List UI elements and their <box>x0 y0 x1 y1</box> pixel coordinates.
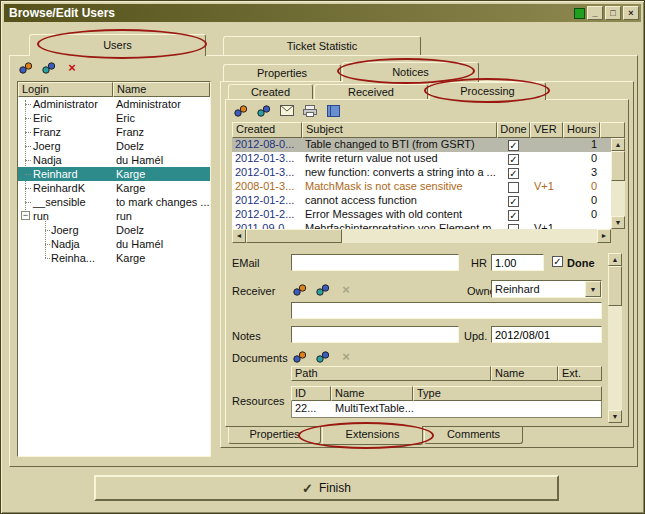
column-header-ext[interactable]: Ext. <box>558 366 602 381</box>
chevron-down-icon[interactable]: ▼ <box>585 281 601 297</box>
delete-user-icon[interactable]: × <box>62 60 82 76</box>
form-vertical-scrollbar[interactable]: ▲ ▼ <box>608 253 622 423</box>
done-checkbox[interactable] <box>508 154 519 165</box>
assign-document-icon[interactable] <box>313 349 333 365</box>
scrollbar-thumb[interactable] <box>246 229 342 243</box>
notice-row-highlighted[interactable]: 2008-01-3... MatchMask is not case sensi… <box>232 180 611 194</box>
column-header-path[interactable]: Path <box>291 366 491 381</box>
column-header-id[interactable]: ID <box>291 386 331 401</box>
notice-ver <box>530 166 563 180</box>
scroll-up-icon[interactable]: ▲ <box>608 253 622 266</box>
scroll-right-icon[interactable]: ► <box>597 229 611 243</box>
tab-bottom-properties[interactable]: Properties <box>228 427 321 444</box>
column-header-created[interactable]: Created <box>232 122 302 138</box>
user-login: Nadja <box>18 237 113 251</box>
scroll-up-icon[interactable]: ▲ <box>611 138 625 151</box>
user-tree-row-selected[interactable]: Reinhard Karge <box>18 167 210 181</box>
tab-bottom-extensions[interactable]: Extensions <box>322 426 423 445</box>
column-header-login[interactable]: Login <box>18 82 113 97</box>
user-name: Doelz <box>113 139 210 153</box>
user-tree-row[interactable]: Reinha... Karge <box>18 251 210 265</box>
notice-row[interactable]: 2012-01-3... fwrite return value not use… <box>232 152 611 166</box>
notice-row[interactable]: 2012-01-2... Error Messages with old con… <box>232 208 611 222</box>
notes-field[interactable] <box>291 326 459 343</box>
column-header-hours[interactable]: Hours <box>563 122 600 138</box>
open-notebook-icon[interactable] <box>323 103 343 119</box>
finish-button[interactable]: ✓ Finish <box>94 475 559 501</box>
notice-row[interactable]: 2012-01-2... cannot access function 0 <box>232 194 611 208</box>
scroll-down-icon[interactable]: ▼ <box>608 410 622 423</box>
done-checkbox[interactable] <box>508 196 519 207</box>
scroll-down-icon[interactable]: ▼ <box>611 216 625 229</box>
maximize-button[interactable]: □ <box>605 6 621 20</box>
notice-subject: cannot access function <box>302 194 497 208</box>
remove-receiver-icon[interactable]: × <box>336 282 356 298</box>
tree-expander-icon[interactable]: − <box>21 211 30 220</box>
notice-row[interactable]: 2011-09-0... Mehrfachinterpretation von … <box>232 222 611 229</box>
add-receiver-icon[interactable] <box>290 282 310 298</box>
email-field[interactable] <box>291 254 459 271</box>
notice-subject: Mehrfachinterpretation von Element m... <box>302 222 497 229</box>
user-tree-row[interactable]: Franz Franz <box>18 125 210 139</box>
done-form-checkbox[interactable] <box>552 256 563 267</box>
print-icon[interactable] <box>300 103 320 119</box>
notices-horizontal-scrollbar[interactable]: ◄ ► <box>232 229 611 243</box>
user-tree-row[interactable]: Eric Eric <box>18 111 210 125</box>
tab-users[interactable]: Users <box>29 34 206 56</box>
column-header-res-name[interactable]: Name <box>331 386 413 401</box>
user-tree-row[interactable]: Nadja du Hamél <box>18 237 210 251</box>
done-checkbox[interactable] <box>508 210 519 221</box>
notice-hours: 0 <box>563 208 600 222</box>
add-document-icon[interactable] <box>290 349 310 365</box>
column-header-ver[interactable]: VER <box>530 122 563 138</box>
done-checkbox[interactable] <box>508 168 519 179</box>
tab-properties[interactable]: Properties <box>223 64 341 81</box>
user-tree-row[interactable]: Administrator Administrator <box>18 97 210 111</box>
tab-bottom-comments[interactable]: Comments <box>424 427 523 444</box>
tab-received[interactable]: Received <box>314 84 428 99</box>
add-notice-icon[interactable] <box>231 103 251 119</box>
notice-row[interactable]: 2012-01-3... new function: converts a st… <box>232 166 611 180</box>
hr-field[interactable] <box>491 254 544 271</box>
receiver-field[interactable] <box>291 302 602 319</box>
user-tree-row[interactable]: Nadja du Hamél <box>18 153 210 167</box>
tab-processing[interactable]: Processing <box>429 82 546 100</box>
receiver-toolbar: × <box>290 281 356 298</box>
column-header-done[interactable]: Done <box>497 122 530 138</box>
tab-notices[interactable]: Notices <box>342 62 479 82</box>
tab-created[interactable]: Created <box>228 84 313 99</box>
remove-document-icon[interactable]: × <box>336 349 356 365</box>
assign-notice-icon[interactable] <box>254 103 274 119</box>
notice-hours: 0 <box>563 152 600 166</box>
done-checkbox[interactable] <box>508 140 519 151</box>
notices-vertical-scrollbar[interactable]: ▲ ▼ <box>611 138 625 229</box>
user-tree-row[interactable]: ReinhardK Karge <box>18 181 210 195</box>
done-checkbox[interactable] <box>508 182 519 193</box>
title-bar[interactable]: Browse/Edit Users _ □ × <box>4 4 641 22</box>
scrollbar-thumb[interactable] <box>611 151 625 181</box>
notices-toolbar <box>231 102 343 119</box>
check-icon: ✓ <box>302 481 313 496</box>
user-login: Reinhard <box>18 167 113 181</box>
assign-user-icon[interactable] <box>39 60 59 76</box>
column-header-type[interactable]: Type <box>413 386 602 401</box>
user-tree-row[interactable]: Joerg Doelz <box>18 223 210 237</box>
send-mail-icon[interactable] <box>277 103 297 119</box>
scroll-left-icon[interactable]: ◄ <box>232 229 246 243</box>
user-tree-row[interactable]: Joerg Doelz <box>18 139 210 153</box>
tab-ticket-statistic[interactable]: Ticket Statistic <box>223 36 421 55</box>
column-header-name[interactable]: Name <box>113 82 210 97</box>
scrollbar-thumb[interactable] <box>608 266 622 306</box>
assign-receiver-icon[interactable] <box>313 282 333 298</box>
close-button[interactable]: × <box>623 6 639 20</box>
window-status-badge <box>574 8 585 19</box>
add-user-icon[interactable] <box>16 60 36 76</box>
column-header-doc-name[interactable]: Name <box>491 366 558 381</box>
column-header-subject[interactable]: Subject <box>302 122 497 138</box>
user-tree-row[interactable]: __sensible to mark changes ... <box>18 195 210 209</box>
upd-field[interactable] <box>491 326 602 343</box>
owner-dropdown[interactable]: Reinhard ▼ <box>491 280 602 298</box>
notice-row-selected[interactable]: 2012-08-0... Table changed to BTI (from … <box>232 138 611 152</box>
minimize-button[interactable]: _ <box>587 6 603 20</box>
user-tree-row[interactable]: − run run <box>18 209 210 223</box>
